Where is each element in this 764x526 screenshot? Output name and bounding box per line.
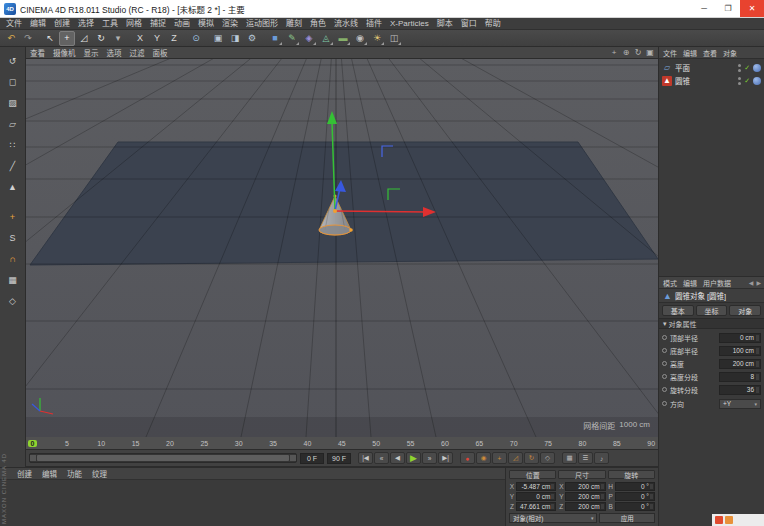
- timeline-tick[interactable]: 65: [475, 440, 484, 447]
- am-tab-basic[interactable]: 基本: [662, 305, 694, 316]
- menu-snap[interactable]: 捕捉: [146, 18, 170, 30]
- object-icon[interactable]: ▲: [662, 76, 672, 86]
- mm-menu-function[interactable]: 功能: [62, 468, 87, 479]
- make-editable-icon[interactable]: ↺: [4, 52, 22, 69]
- viewport-menu-filter[interactable]: 过滤: [126, 47, 149, 58]
- previous-frame-button[interactable]: ◀: [390, 452, 405, 464]
- timeline-range-slider[interactable]: [29, 453, 297, 463]
- timeline-tick[interactable]: 30: [234, 440, 243, 447]
- texture-mode-icon[interactable]: ▨: [4, 94, 22, 111]
- camera-icon[interactable]: ◉: [352, 31, 368, 46]
- menu-mesh[interactable]: 网格: [122, 18, 146, 30]
- orientation-dropdown[interactable]: +Y ▾: [719, 399, 761, 409]
- phong-tag-icon[interactable]: [753, 64, 761, 72]
- primitive-cube-icon[interactable]: ■: [267, 31, 283, 46]
- record-scale-button[interactable]: ◿: [508, 452, 523, 464]
- workplane-snap-icon[interactable]: ▦: [4, 271, 22, 288]
- coordinates-column-header[interactable]: 位置: [509, 470, 556, 479]
- field-value-input[interactable]: 8: [719, 372, 761, 382]
- record-position-button[interactable]: +: [492, 452, 507, 464]
- enable-check-icon[interactable]: ✓: [744, 77, 750, 85]
- timeline-ruler[interactable]: 051015202530354045505560657075808590: [26, 437, 658, 450]
- live-selection-icon[interactable]: ↖: [42, 31, 58, 46]
- timeline-tick[interactable]: 20: [166, 440, 175, 447]
- menu-render[interactable]: 渲染: [218, 18, 242, 30]
- record-rotation-button[interactable]: ↻: [524, 452, 539, 464]
- viewport-rotate-icon[interactable]: ↻: [632, 48, 644, 57]
- menu-script[interactable]: 脚本: [433, 18, 457, 30]
- timeline-tick[interactable]: 10: [97, 440, 106, 447]
- mm-menu-edit[interactable]: 编辑: [37, 468, 62, 479]
- record-keyframe-button[interactable]: ●: [460, 452, 475, 464]
- move-tool-icon[interactable]: +: [59, 31, 75, 46]
- menu-edit[interactable]: 编辑: [26, 18, 50, 30]
- menu-tools[interactable]: 工具: [98, 18, 122, 30]
- edges-mode-icon[interactable]: ╱: [4, 157, 22, 174]
- history-forward-icon[interactable]: ▶: [756, 279, 761, 286]
- menu-window[interactable]: 窗口: [457, 18, 481, 30]
- timeline-tick[interactable]: 15: [131, 440, 140, 447]
- enable-axis-icon[interactable]: +: [4, 208, 22, 225]
- previous-key-button[interactable]: «: [374, 452, 389, 464]
- position-value-input[interactable]: 0 cm: [516, 492, 556, 501]
- timeline-tick[interactable]: 0: [28, 440, 37, 447]
- polygons-mode-icon[interactable]: ▲: [4, 178, 22, 195]
- start-frame-field[interactable]: 0 F: [300, 453, 324, 464]
- playback-options-icon[interactable]: ☰: [578, 452, 593, 464]
- object-name[interactable]: 圆锥: [675, 75, 735, 86]
- close-button[interactable]: ✕: [740, 0, 764, 17]
- goto-end-button[interactable]: ▶|: [438, 452, 453, 464]
- menu-character[interactable]: 角色: [306, 18, 330, 30]
- plane-object[interactable]: [30, 142, 658, 265]
- om-menu-edit[interactable]: 编辑: [680, 48, 700, 58]
- render-view-icon[interactable]: ▣: [210, 31, 226, 46]
- workplane-mode-icon[interactable]: ▱: [4, 115, 22, 132]
- object-icon[interactable]: ▱: [662, 63, 672, 73]
- keyframe-circle-icon[interactable]: [662, 361, 667, 366]
- coordinate-system-icon[interactable]: ⊙: [188, 31, 204, 46]
- coordinates-column-header[interactable]: 尺寸: [558, 470, 605, 479]
- coordinates-column-header[interactable]: 旋转: [608, 470, 655, 479]
- timeline-tick[interactable]: 45: [337, 440, 346, 447]
- lock-x-axis-icon[interactable]: X: [132, 31, 148, 46]
- position-value-input[interactable]: 47.661 cm: [516, 502, 556, 511]
- mm-menu-texture[interactable]: 纹理: [87, 468, 112, 479]
- play-button[interactable]: ▶: [406, 452, 421, 464]
- field-value-input[interactable]: 100 cm: [719, 346, 761, 356]
- modeling-objects-icon[interactable]: ◬: [318, 31, 334, 46]
- field-value-input[interactable]: 0 cm: [719, 333, 761, 343]
- timeline-tick[interactable]: 60: [441, 440, 450, 447]
- timeline-tick[interactable]: 50: [372, 440, 381, 447]
- model-mode-icon[interactable]: ◻: [4, 73, 22, 90]
- menu-pipeline[interactable]: 流水线: [330, 18, 362, 30]
- lock-workplane-icon[interactable]: ◇: [4, 292, 22, 309]
- size-value-input[interactable]: 200 cm: [565, 502, 605, 511]
- keyframe-selection-icon[interactable]: ▦: [562, 452, 577, 464]
- menu-create[interactable]: 创建: [50, 18, 74, 30]
- timeline-tick[interactable]: 25: [200, 440, 209, 447]
- viewport-zoom-icon[interactable]: ⊕: [620, 48, 632, 57]
- lock-z-axis-icon[interactable]: Z: [166, 31, 182, 46]
- timeline-tick[interactable]: 90: [647, 440, 656, 447]
- viewport-menu-panel[interactable]: 面板: [149, 47, 172, 58]
- menu-help[interactable]: 帮助: [481, 18, 505, 30]
- end-frame-field[interactable]: 90 F: [327, 453, 351, 464]
- keyframe-circle-icon[interactable]: [662, 348, 667, 353]
- keyframe-circle-icon[interactable]: [662, 387, 667, 392]
- timeline-tick[interactable]: 85: [612, 440, 621, 447]
- object-properties-section[interactable]: ▾ 对象属性: [659, 318, 764, 329]
- redo-icon[interactable]: ↷: [20, 31, 36, 46]
- am-menu-userdata[interactable]: 用户数据: [700, 278, 734, 288]
- sound-icon[interactable]: ♪: [594, 452, 609, 464]
- menu-select[interactable]: 选择: [74, 18, 98, 30]
- menu-simulate[interactable]: 模拟: [194, 18, 218, 30]
- menu-mograph[interactable]: 运动图形: [242, 18, 282, 30]
- viewport-solo-icon[interactable]: S: [4, 229, 22, 246]
- cone-radius-handle[interactable]: [349, 228, 353, 232]
- coordinate-mode-dropdown[interactable]: 对象(相对) ▾: [509, 513, 597, 523]
- keyframe-circle-icon[interactable]: [662, 335, 667, 340]
- timeline-tick[interactable]: 70: [509, 440, 518, 447]
- am-tab-object[interactable]: 对象: [729, 305, 761, 316]
- rotation-value-input[interactable]: 0 °: [615, 482, 655, 491]
- history-back-icon[interactable]: ◀: [749, 279, 754, 286]
